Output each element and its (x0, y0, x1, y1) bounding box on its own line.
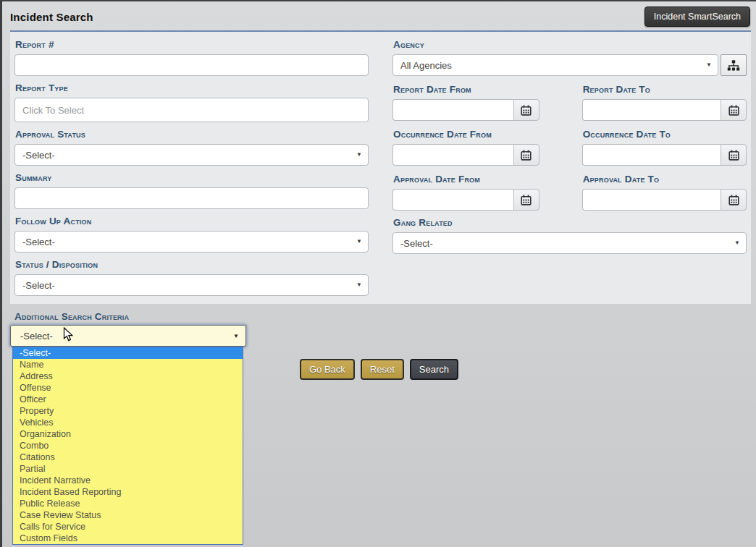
report-date-to-calendar-button[interactable] (721, 99, 747, 121)
approval-date-to-input[interactable] (582, 189, 721, 211)
occurrence-date-from-calendar-button[interactable] (513, 144, 539, 166)
approval-date-row: Approval Date From (392, 172, 747, 211)
occurrence-date-from-label: Occurrence Date From (393, 129, 539, 140)
occurrence-date-from-input[interactable] (392, 144, 513, 166)
approval-date-from-field: Approval Date From (392, 172, 539, 211)
approval-date-to-field: Approval Date To (582, 172, 747, 211)
chevron-down-icon: ▼ (734, 240, 740, 246)
agency-value: All Agencies (400, 60, 452, 71)
dropdown-option[interactable]: Calls for Service (13, 521, 243, 533)
reset-button[interactable]: Reset (361, 359, 404, 380)
gang-related-label: Gang Related (393, 217, 747, 228)
report-date-row: Report Date From (392, 82, 747, 121)
report-date-to-input[interactable] (582, 99, 721, 121)
calendar-icon (728, 105, 739, 116)
report-number-field: Report # (14, 39, 369, 76)
dropdown-option[interactable]: Incident Narrative (13, 475, 243, 486)
chevron-down-icon: ▼ (233, 333, 239, 339)
status-disposition-field: Status / Disposition -Select- ▼ (14, 259, 369, 296)
status-disposition-value: -Select- (22, 280, 55, 291)
approval-status-select[interactable]: -Select- ▼ (14, 144, 369, 166)
dropdown-option[interactable]: Citations (13, 451, 243, 463)
additional-criteria-select[interactable]: -Select- ▼ (10, 325, 246, 347)
additional-criteria-value: -Select- (20, 331, 53, 342)
dropdown-option[interactable]: -Select- (13, 347, 243, 359)
go-back-button[interactable]: Go Back (300, 359, 355, 380)
summary-label: Summary (15, 172, 369, 183)
summary-field: Summary (14, 172, 369, 209)
dropdown-option[interactable]: Address (13, 370, 243, 382)
gang-related-field: Gang Related -Select- ▼ (392, 217, 747, 254)
dropdown-option[interactable]: Vehicles (13, 417, 243, 428)
report-date-to-label: Report Date To (583, 84, 747, 95)
gang-related-value: -Select- (400, 238, 433, 249)
dropdown-option[interactable]: Case Review Status (13, 509, 243, 521)
dropdown-option[interactable]: Incident Based Reporting (13, 486, 243, 498)
calendar-icon (521, 105, 532, 116)
calendar-icon (728, 195, 739, 205)
report-date-from-field: Report Date From (392, 82, 539, 121)
dropdown-option[interactable]: Name (13, 359, 243, 370)
additional-search-criteria-section: Additional Search Criteria -Select- ▼ -S… (10, 311, 246, 347)
dropdown-option[interactable]: Organization (13, 428, 243, 440)
status-disposition-label: Status / Disposition (15, 259, 369, 270)
agency-hierarchy-button[interactable] (721, 54, 747, 76)
incident-smartsearch-button[interactable]: Incident SmartSearch (644, 7, 750, 27)
search-form-panel: Report # Report Type Approval Status -Se… (10, 30, 751, 304)
agency-select[interactable]: All Agencies ▼ (392, 54, 718, 76)
status-disposition-select[interactable]: -Select- ▼ (14, 274, 369, 296)
approval-status-label: Approval Status (15, 129, 369, 140)
top-bar: Incident Search Incident SmartSearch (2, 1, 756, 30)
page-title: Incident Search (10, 11, 93, 23)
report-type-label: Report Type (15, 82, 369, 93)
follow-up-action-label: Follow Up Action (15, 216, 369, 226)
dropdown-option[interactable]: Combo (13, 440, 243, 451)
report-date-from-input[interactable] (392, 99, 513, 121)
chevron-down-icon: ▼ (706, 62, 712, 68)
follow-up-action-field: Follow Up Action -Select- ▼ (14, 216, 369, 253)
dropdown-option[interactable]: Offense (13, 382, 243, 394)
report-date-from-calendar-button[interactable] (513, 99, 539, 121)
approval-date-to-label: Approval Date To (583, 174, 747, 185)
report-number-input[interactable] (14, 54, 369, 76)
occurrence-date-to-label: Occurrence Date To (583, 129, 747, 140)
report-type-field: Report Type (14, 82, 369, 122)
occurrence-date-from-field: Occurrence Date From (392, 127, 539, 166)
approval-date-from-calendar-button[interactable] (513, 189, 539, 211)
dropdown-option[interactable]: Public Release (13, 498, 243, 509)
chevron-down-icon: ▼ (356, 282, 362, 288)
report-number-label: Report # (15, 39, 369, 50)
follow-up-action-select[interactable]: -Select- ▼ (14, 231, 369, 253)
chevron-down-icon: ▼ (356, 239, 362, 245)
approval-date-from-input[interactable] (392, 189, 513, 211)
dropdown-option[interactable]: Custom Fields (13, 533, 243, 544)
chevron-down-icon: ▼ (356, 152, 362, 158)
follow-up-action-value: -Select- (22, 237, 55, 247)
calendar-icon (521, 150, 532, 161)
approval-date-to-calendar-button[interactable] (721, 189, 747, 211)
sitemap-icon (727, 60, 740, 71)
occurrence-date-to-field: Occurrence Date To (582, 127, 747, 166)
approval-date-from-label: Approval Date From (393, 174, 539, 185)
occurrence-date-to-calendar-button[interactable] (721, 144, 747, 166)
right-column: Agency All Agencies ▼ (392, 38, 747, 302)
dropdown-option[interactable]: Partial (13, 463, 243, 475)
approval-status-value: -Select- (22, 150, 55, 161)
incident-search-page: Incident Search Incident SmartSearch Rep… (0, 0, 756, 547)
calendar-icon (728, 150, 739, 161)
occurrence-date-to-input[interactable] (582, 144, 721, 166)
occurrence-date-row: Occurrence Date From (392, 127, 747, 166)
report-date-to-field: Report Date To (582, 82, 747, 121)
report-type-input[interactable] (14, 98, 369, 122)
additional-criteria-dropdown: -Select-NameAddressOffenseOfficerPropert… (12, 347, 243, 545)
agency-field: Agency All Agencies ▼ (392, 39, 747, 76)
summary-input[interactable] (14, 187, 369, 209)
left-column: Report # Report Type Approval Status -Se… (14, 38, 369, 302)
approval-status-field: Approval Status -Select- ▼ (14, 129, 369, 166)
dropdown-option[interactable]: Officer (13, 394, 243, 405)
agency-label: Agency (393, 39, 747, 50)
dropdown-option[interactable]: Property (13, 405, 243, 417)
gang-related-select[interactable]: -Select- ▼ (392, 232, 747, 254)
search-button[interactable]: Search (410, 359, 458, 380)
calendar-icon (521, 195, 532, 205)
